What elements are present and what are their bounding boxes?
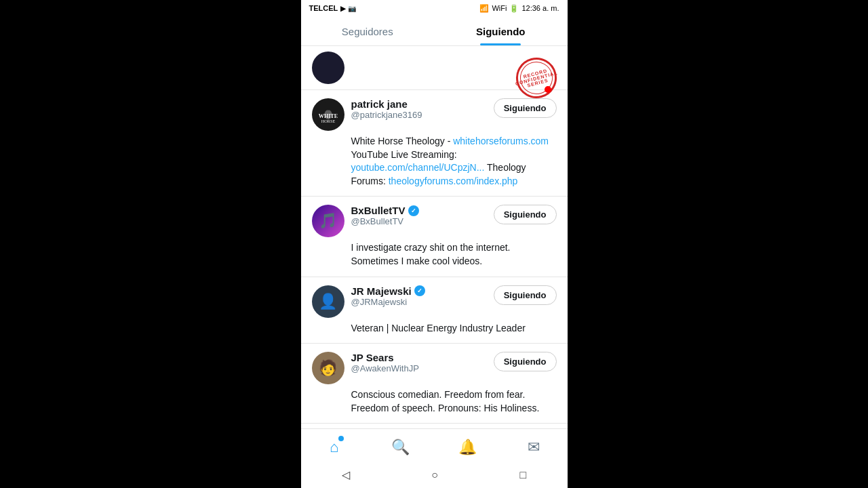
user-name: patrick jane <box>351 98 408 110</box>
home-dot <box>338 436 344 441</box>
wifi-icon: WiFi <box>492 4 507 12</box>
stamp-line3: SERIES <box>515 75 559 90</box>
user-header: 🎵 BxBulletTV @BxBulletTV Siguiendo <box>312 205 557 237</box>
list-item: 🧑 JP Sears @AwakenWithJP Siguiendo Consc… <box>301 344 568 424</box>
search-icon: 🔍 <box>391 439 410 456</box>
follow-button[interactable]: Siguiendo <box>494 98 557 118</box>
nav-notifications[interactable]: 🔔 <box>434 434 500 460</box>
status-bar: TELCEL ▶ 📷 📶 WiFi 🔋 12:36 a. m. <box>301 0 568 16</box>
user-name: JR Majewski <box>351 285 412 297</box>
stamp-dot <box>545 86 551 93</box>
partial-avatar <box>312 52 344 84</box>
user-handle: @patrickjane3169 <box>351 110 487 120</box>
name-row: patrick jane <box>351 98 487 110</box>
user-info: patrick jane @patrickjane3169 <box>351 98 487 120</box>
signal-icon: 📶 <box>479 4 489 13</box>
bio-link-3[interactable]: theologyforums.com/index.php <box>389 176 518 186</box>
follow-button[interactable]: Siguiendo <box>494 352 557 371</box>
user-name: JP Sears <box>351 352 394 363</box>
battery-icon: 🔋 <box>509 4 519 13</box>
carrier-text: TELCEL <box>309 4 338 12</box>
home-icon: ⌂ <box>330 439 338 456</box>
bottom-navigation: ⌂ 🔍 🔔 ✉ <box>301 428 568 463</box>
tab-siguiendo[interactable]: Siguiendo <box>434 16 568 45</box>
nav-messages[interactable]: ✉ <box>500 434 567 460</box>
user-info: JP Sears @AwakenWithJP <box>351 352 487 373</box>
tab-bar: Seguidores Siguiendo <box>301 16 568 46</box>
time-text: 12:36 a. m. <box>521 4 559 12</box>
nav-home[interactable]: ⌂ <box>301 434 368 460</box>
avatar[interactable]: WHITE HORSE <box>312 98 344 131</box>
stamp-line1: RECORD <box>513 66 557 81</box>
user-header: 🧑 JP Sears @AwakenWithJP Siguiendo <box>312 352 557 384</box>
user-bio: White Horse Theology - whitehorseforums.… <box>312 135 557 188</box>
confidential-stamp: RECORD CONFIDENTIAL SERIES <box>516 58 557 98</box>
back-button[interactable]: ◁ <box>342 468 350 481</box>
verified-badge <box>414 285 425 296</box>
bell-icon: 🔔 <box>458 439 477 456</box>
nav-search[interactable]: 🔍 <box>368 434 434 460</box>
stamp-line2: CONFIDENTIAL <box>515 70 558 85</box>
user-handle: @BxBulletTV <box>351 216 487 226</box>
recent-button[interactable]: □ <box>520 469 527 481</box>
status-right: 📶 WiFi 🔋 12:36 a. m. <box>479 4 559 13</box>
list-item: 👤 JR Majewski @JRMajewski Siguiendo Vete… <box>301 277 568 344</box>
home-button[interactable]: ○ <box>431 469 438 481</box>
user-bio: Veteran | Nuclear Energy Industry Leader <box>312 322 557 336</box>
bio-link-2[interactable]: youtube.com/channel/UCpzjN... <box>351 162 485 173</box>
user-bio: I investigate crazy shit on the internet… <box>312 241 557 268</box>
follow-button[interactable]: Siguiendo <box>494 285 557 305</box>
user-handle: @AwakenWithJP <box>351 363 487 373</box>
follow-button[interactable]: Siguiendo <box>494 205 557 224</box>
name-row: JR Majewski <box>351 285 487 297</box>
user-header: WHITE HORSE patrick jane @patrickjane316… <box>312 98 557 131</box>
tab-seguidores[interactable]: Seguidores <box>301 16 435 45</box>
avatar[interactable]: 👤 <box>312 285 344 318</box>
avatar[interactable]: 🎵 <box>312 205 344 237</box>
android-navigation: ◁ ○ □ <box>301 463 568 488</box>
verified-badge <box>408 205 419 216</box>
list-item: 🎵 BxBulletTV @BxBulletTV Siguiendo I inv… <box>301 197 568 277</box>
user-name: BxBulletTV <box>351 205 406 216</box>
user-header: 👤 JR Majewski @JRMajewski Siguiendo <box>312 285 557 318</box>
user-info: JR Majewski @JRMajewski <box>351 285 487 307</box>
avatar[interactable]: 🧑 <box>312 352 344 384</box>
carrier-info: TELCEL ▶ 📷 <box>309 4 357 12</box>
user-bio: Conscious comedian. Freedom from fear. F… <box>312 388 557 415</box>
user-info: BxBulletTV @BxBulletTV <box>351 205 487 226</box>
list-item: WHITE HORSE patrick jane @patrickjane316… <box>301 90 568 197</box>
user-handle: @JRMajewski <box>351 297 487 307</box>
following-list: WHITE HORSE patrick jane @patrickjane316… <box>301 46 568 428</box>
name-row: JP Sears <box>351 352 487 363</box>
carrier-icons: ▶ 📷 <box>340 5 356 12</box>
name-row: BxBulletTV <box>351 205 487 216</box>
bio-link-1[interactable]: whitehorseforums.com <box>453 136 549 146</box>
mail-icon: ✉ <box>528 439 540 456</box>
